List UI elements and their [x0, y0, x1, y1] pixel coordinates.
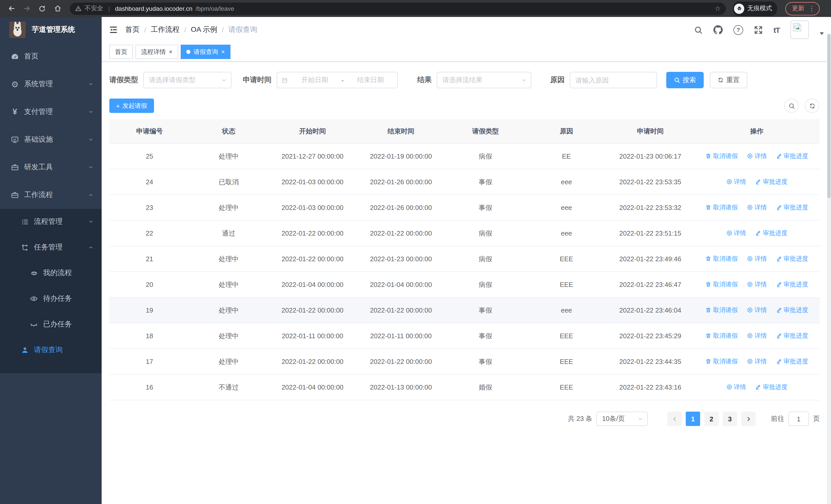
tab-process-detail[interactable]: 流程详情 × — [136, 45, 178, 59]
sidebar-item-process-mgmt[interactable]: 流程管理 — [0, 209, 102, 235]
fullscreen-icon[interactable] — [754, 25, 763, 34]
breadcrumb-item[interactable]: 首页 — [125, 25, 140, 34]
sidebar-item-task-mgmt[interactable]: 任务管理 — [0, 235, 102, 260]
sidebar-item-system[interactable]: ⚙ 系统管理 — [0, 70, 102, 98]
progress-link[interactable]: 审批进度 — [776, 203, 808, 212]
cancel-leave-link[interactable]: 取消请假 — [706, 255, 738, 263]
sidebar-item-my-process[interactable]: 我的流程 — [0, 260, 102, 286]
edit-pen-icon — [776, 256, 782, 262]
reload-icon[interactable] — [36, 2, 48, 14]
detail-link[interactable]: 详情 — [747, 203, 767, 212]
close-icon[interactable]: × — [221, 49, 225, 55]
page-button-3[interactable]: 3 — [723, 412, 737, 426]
sidebar-item-leave-query[interactable]: 请假查询 — [0, 337, 102, 363]
help-icon[interactable]: ? — [734, 25, 743, 35]
page-button-1[interactable]: 1 — [686, 412, 700, 426]
chevron-down-icon — [88, 137, 93, 142]
cancel-leave-link[interactable]: 取消请假 — [706, 331, 738, 340]
cell-type: 病假 — [445, 272, 526, 297]
breadcrumb-item[interactable]: 工作流程 — [151, 25, 180, 34]
refresh-table-button[interactable] — [805, 98, 819, 113]
detail-link[interactable]: 详情 — [726, 383, 746, 392]
reset-button-label: 重置 — [726, 76, 740, 85]
search-button[interactable]: 搜索 — [666, 72, 704, 88]
page-size-select[interactable]: 10条/页 — [596, 412, 648, 426]
sidebar-fold-icon[interactable] — [109, 25, 118, 34]
progress-label: 审批进度 — [763, 229, 787, 238]
detail-link[interactable]: 详情 — [747, 331, 767, 340]
cell-applied: 2022-01-22 23:45:29 — [607, 323, 694, 349]
detail-link[interactable]: 详情 — [747, 280, 767, 289]
detail-link[interactable]: 详情 — [747, 255, 767, 263]
browser-menu-icon[interactable]: ⋮ — [808, 5, 815, 12]
progress-link[interactable]: 审批进度 — [776, 255, 808, 263]
apply-time-range-picker[interactable]: 开始日期 - 结束日期 — [277, 72, 398, 88]
progress-link[interactable]: 审批进度 — [755, 383, 787, 392]
cancel-leave-link[interactable]: 取消请假 — [706, 306, 738, 315]
scrollbar[interactable] — [827, 34, 831, 504]
cancel-leave-link[interactable]: 取消请假 — [706, 152, 738, 161]
github-icon[interactable] — [713, 25, 723, 34]
progress-link[interactable]: 审批进度 — [776, 331, 808, 340]
progress-link[interactable]: 审批进度 — [776, 280, 808, 289]
prev-page-button[interactable] — [667, 412, 682, 426]
cancel-leave-link[interactable]: 取消请假 — [706, 357, 738, 366]
detail-link[interactable]: 详情 — [747, 306, 767, 315]
detail-label: 详情 — [754, 357, 767, 366]
cancel-leave-link[interactable]: 取消请假 — [706, 280, 738, 289]
close-icon[interactable]: × — [169, 49, 172, 55]
progress-link[interactable]: 审批进度 — [755, 178, 787, 186]
scrollbar-thumb[interactable] — [827, 34, 830, 198]
chevron-down-icon — [88, 219, 93, 224]
breadcrumb-item[interactable]: OA 示例 — [191, 25, 218, 34]
sidebar-item-home[interactable]: 首页 — [0, 42, 102, 70]
sidebar: 芋道管理系统 首页 ⚙ 系统管理 ¥ 支付管理 基础设施 — [0, 17, 102, 504]
progress-link[interactable]: 审批进度 — [776, 152, 808, 161]
cell-end: 2022-01-23 00:00:00 — [357, 246, 445, 272]
cell-status: 处理中 — [190, 323, 268, 349]
next-page-button[interactable] — [741, 412, 755, 426]
home-icon[interactable] — [51, 2, 64, 14]
sidebar-item-devtools[interactable]: 研发工具 — [0, 153, 102, 181]
font-size-icon[interactable]: tT — [774, 25, 780, 34]
reason-input[interactable] — [570, 72, 657, 88]
show-search-toggle-button[interactable] — [784, 98, 799, 113]
avatar[interactable] — [791, 21, 809, 39]
leave-type-select[interactable]: 请选择请假类型 — [143, 72, 231, 88]
cell-start: 2022-01-22 00:00:00 — [268, 246, 357, 272]
sidebar-item-infra[interactable]: 基础设施 — [0, 126, 102, 153]
bookmark-star-icon[interactable]: ☆ — [715, 5, 721, 12]
progress-link[interactable]: 审批进度 — [776, 306, 808, 315]
goto-page-input[interactable] — [789, 412, 809, 426]
detail-link[interactable]: 详情 — [726, 178, 746, 186]
cancel-leave-label: 取消请假 — [713, 255, 738, 263]
sidebar-item-workflow[interactable]: 工作流程 — [0, 181, 102, 209]
detail-link[interactable]: 详情 — [726, 229, 746, 238]
cell-reason: EE — [526, 144, 607, 169]
cell-actions: 取消请假 详情 审批进度 — [694, 297, 820, 323]
result-select[interactable]: 请选择流结果 — [437, 72, 531, 88]
refresh-icon — [809, 102, 815, 109]
tab-home[interactable]: 首页 — [109, 45, 133, 59]
sidebar-item-done-tasks[interactable]: 已办任务 — [0, 312, 102, 337]
cell-end: 2022-01-22 00:00:00 — [357, 297, 445, 323]
avatar-dropdown-caret-icon[interactable] — [820, 32, 824, 35]
reset-button[interactable]: 重置 — [710, 72, 747, 88]
progress-link[interactable]: 审批进度 — [776, 357, 808, 366]
progress-link[interactable]: 审批进度 — [755, 229, 787, 238]
pagination-total: 共 23 条 — [568, 414, 592, 423]
back-icon[interactable] — [5, 2, 18, 14]
create-leave-button[interactable]: + 发起请假 — [109, 98, 154, 113]
sidebar-item-todo-tasks[interactable]: 待办任务 — [0, 286, 102, 312]
url-bar[interactable]: 不安全 | dashboard.yudao.iocoder.cn/bpm/oa/… — [70, 2, 726, 14]
search-icon[interactable] — [694, 25, 703, 34]
browser-update-button[interactable]: 更新 ⋮ — [785, 2, 820, 15]
app-title: 芋道管理系统 — [32, 25, 75, 34]
detail-link[interactable]: 详情 — [747, 357, 767, 366]
forward-icon[interactable] — [21, 2, 33, 14]
sidebar-item-payment[interactable]: ¥ 支付管理 — [0, 98, 102, 126]
page-button-2[interactable]: 2 — [704, 412, 719, 426]
detail-link[interactable]: 详情 — [747, 152, 767, 161]
tab-leave-query[interactable]: 请假查询 × — [181, 45, 230, 59]
cancel-leave-link[interactable]: 取消请假 — [706, 203, 738, 212]
